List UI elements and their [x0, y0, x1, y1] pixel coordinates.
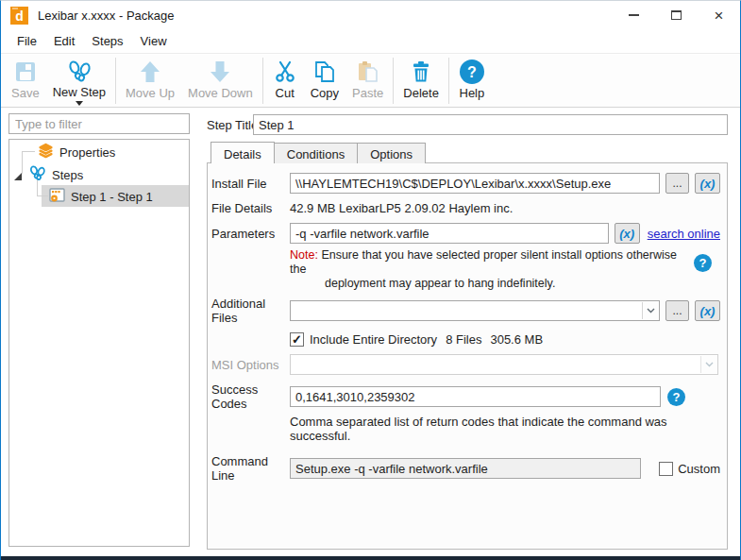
- note-row: Note: Ensure that you have selected prop…: [211, 248, 720, 291]
- tab-conditions[interactable]: Conditions: [274, 143, 358, 163]
- new-step-label: New Step: [53, 86, 106, 99]
- success-codes-hint-row: Comma separated list of return codes tha…: [211, 415, 720, 443]
- chevron-down-icon: [700, 356, 716, 373]
- tab-strip: Details Conditions Options: [211, 143, 425, 163]
- toolbar-separator: [448, 58, 449, 104]
- msi-options-combobox: [290, 354, 718, 375]
- copy-label: Copy: [311, 87, 339, 100]
- include-directory-checkbox[interactable]: ✓: [290, 332, 304, 347]
- tree-connector: [22, 151, 35, 152]
- step-title-label: Step Title: [207, 114, 258, 135]
- menu-steps[interactable]: Steps: [83, 30, 131, 52]
- tab-details[interactable]: Details: [211, 142, 275, 163]
- paste-label: Paste: [352, 87, 383, 100]
- include-directory-label: Include Entire Directory: [310, 332, 437, 347]
- search-online-link[interactable]: search online: [648, 227, 720, 241]
- include-directory-size: 305.6 MB: [490, 332, 543, 347]
- note-line1: Ensure that you have selected proper sil…: [290, 248, 677, 276]
- move-down-button[interactable]: Move Down: [181, 55, 260, 107]
- parameters-input[interactable]: [290, 223, 609, 244]
- move-down-label: Move Down: [188, 87, 253, 100]
- parameters-label: Parameters: [211, 227, 290, 241]
- tree-expander-icon[interactable]: [13, 170, 23, 179]
- tree-connector: [37, 195, 48, 196]
- menu-file[interactable]: File: [8, 30, 45, 52]
- success-codes-row: Success Codes ?: [211, 382, 720, 411]
- copy-button[interactable]: Copy: [304, 55, 345, 107]
- steps-tree: Properties Steps Step 1 - Step 1: [8, 139, 190, 547]
- copy-pages-icon: [312, 58, 337, 86]
- minimize-button[interactable]: [613, 1, 655, 29]
- window-controls: ×: [613, 1, 740, 29]
- parameters-variable-button[interactable]: (x): [615, 223, 640, 244]
- command-line-row: Command Line Custom: [211, 454, 720, 483]
- footsteps-icon: [66, 58, 93, 85]
- filter-input[interactable]: [8, 113, 190, 134]
- tab-options[interactable]: Options: [357, 143, 426, 163]
- include-directory-row: ✓ Include Entire Directory 8 Files 305.6…: [211, 332, 720, 347]
- maximize-button[interactable]: [655, 1, 698, 29]
- save-label: Save: [11, 87, 40, 100]
- tree-item-step-1[interactable]: Step 1 - Step 1: [49, 186, 153, 207]
- cut-label: Cut: [276, 87, 295, 100]
- close-icon: ×: [715, 8, 724, 24]
- toolbar-separator: [262, 58, 263, 104]
- step-window-icon: [49, 188, 65, 206]
- file-details-row: File Details 42.9 MB LexibarLP5 2.09.02 …: [211, 201, 720, 215]
- menu-edit[interactable]: Edit: [45, 30, 83, 52]
- tree-item-label: Properties: [59, 145, 115, 160]
- include-directory-files: 8 Files: [446, 332, 481, 347]
- additional-files-label: Additional Files: [211, 297, 290, 325]
- scissors-icon: [273, 58, 297, 86]
- success-codes-help-icon[interactable]: ?: [667, 388, 685, 406]
- paste-button[interactable]: Paste: [345, 55, 390, 107]
- install-file-browse-button[interactable]: ...: [665, 173, 689, 194]
- help-label: Help: [460, 87, 485, 100]
- window-title: Lexibar x.xxxx - Package: [38, 8, 175, 23]
- toolbar: Save New Step Move Up: [1, 55, 740, 108]
- install-file-input[interactable]: [290, 173, 660, 194]
- delete-label: Delete: [403, 87, 439, 100]
- menu-bar: File Edit Steps View: [1, 29, 740, 54]
- toolbar-separator: [393, 58, 394, 104]
- custom-checkbox[interactable]: [659, 462, 673, 476]
- footsteps-icon: [28, 164, 46, 185]
- trash-icon: [409, 58, 433, 86]
- additional-files-combobox[interactable]: [290, 300, 660, 321]
- install-file-label: Install File: [211, 177, 290, 191]
- tree-item-label: Step 1 - Step 1: [71, 190, 153, 204]
- chevron-down-icon[interactable]: [642, 302, 658, 319]
- success-codes-label: Success Codes: [211, 382, 290, 411]
- help-button[interactable]: ? Help: [452, 55, 492, 107]
- move-up-button[interactable]: Move Up: [119, 55, 181, 107]
- custom-label: Custom: [678, 462, 720, 476]
- cut-button[interactable]: Cut: [266, 55, 304, 107]
- save-button[interactable]: Save: [5, 55, 46, 107]
- help-question-icon: ?: [459, 58, 485, 86]
- parameters-help-icon[interactable]: ?: [694, 254, 712, 272]
- install-file-variable-button[interactable]: (x): [695, 173, 720, 194]
- move-up-label: Move Up: [126, 87, 175, 100]
- note-text: Note: Ensure that you have selected prop…: [290, 248, 694, 291]
- delete-button[interactable]: Delete: [396, 55, 446, 107]
- app-window: d Lexibar x.xxxx - Package × File Edit S…: [0, 0, 741, 560]
- close-button[interactable]: ×: [698, 1, 740, 29]
- menu-view[interactable]: View: [132, 30, 176, 52]
- success-codes-input[interactable]: [290, 386, 661, 407]
- file-details-value: 42.9 MB LexibarLP5 2.09.02 Haylem inc.: [290, 201, 513, 215]
- new-step-dropdown-icon[interactable]: [76, 101, 83, 106]
- msi-options-label: MSI Options: [211, 358, 290, 372]
- file-details-label: File Details: [211, 201, 290, 215]
- additional-files-browse-button[interactable]: ...: [665, 300, 689, 321]
- new-step-button[interactable]: New Step: [46, 55, 112, 107]
- clipboard-paste-icon: [356, 58, 380, 86]
- toolbar-separator: [115, 58, 116, 104]
- tree-item-properties[interactable]: Properties: [38, 142, 115, 162]
- tree-item-label: Steps: [52, 168, 83, 182]
- additional-files-variable-button[interactable]: (x): [695, 300, 720, 321]
- step-title-input[interactable]: [253, 114, 728, 135]
- tree-item-steps[interactable]: Steps: [13, 164, 83, 185]
- window-bottom-edge: [1, 556, 740, 560]
- note-line2: deployment may appear to hang indefinite…: [325, 277, 555, 290]
- command-line-input[interactable]: [290, 458, 641, 479]
